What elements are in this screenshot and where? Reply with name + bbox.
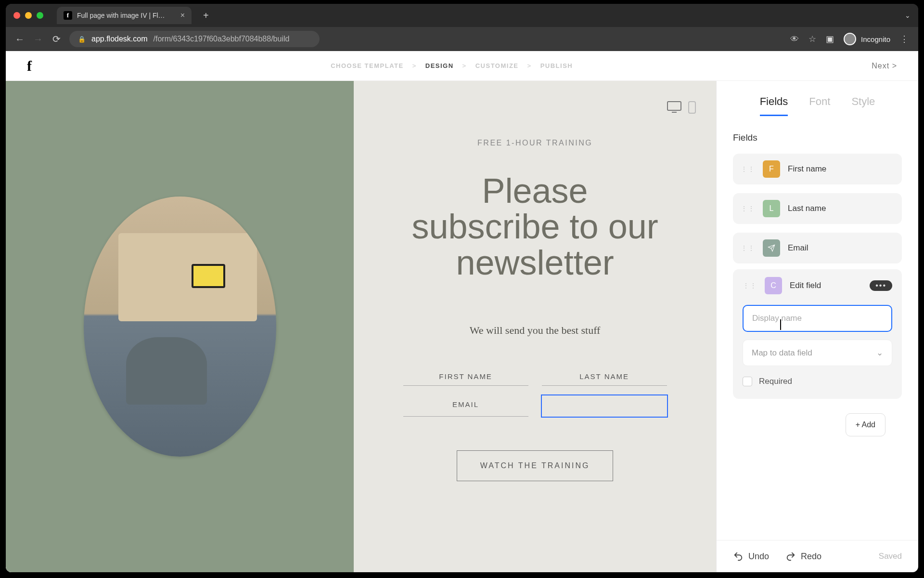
redo-button[interactable]: Redo bbox=[785, 551, 821, 562]
close-tab-icon[interactable]: × bbox=[180, 11, 185, 20]
headline-text[interactable]: Please subscribe to our newsletter bbox=[411, 173, 658, 281]
field-row-first-name[interactable]: ⋮⋮ F First name bbox=[733, 154, 902, 184]
forward-button[interactable]: → bbox=[33, 34, 43, 45]
window-controls bbox=[13, 12, 43, 19]
app-header: f CHOOSE TEMPLATE > DESIGN > CUSTOMIZE >… bbox=[6, 51, 918, 81]
hero-image-panel[interactable] bbox=[6, 81, 354, 572]
checkbox-icon[interactable] bbox=[743, 377, 752, 386]
field-label: First name bbox=[788, 164, 826, 174]
url-host: app.flodesk.com bbox=[91, 35, 148, 43]
chevron-down-icon: ⌄ bbox=[876, 348, 883, 358]
browser-menu-icon[interactable]: ⋮ bbox=[900, 34, 910, 44]
crumb-sep: > bbox=[527, 62, 532, 69]
panel-icon[interactable]: ▣ bbox=[826, 34, 834, 44]
display-name-input[interactable] bbox=[743, 305, 892, 332]
headline-line: newsletter bbox=[456, 243, 614, 282]
incognito-badge[interactable]: Incognito bbox=[844, 33, 890, 45]
drag-handle-icon[interactable]: ⋮⋮ bbox=[741, 167, 755, 171]
crumb-publish[interactable]: PUBLISH bbox=[540, 62, 573, 69]
field-chip: C bbox=[765, 277, 782, 294]
incognito-icon bbox=[844, 33, 856, 45]
right-sidebar: Fields Font Style Fields ⋮⋮ F First name… bbox=[716, 81, 918, 572]
new-tab-button[interactable]: + bbox=[199, 10, 213, 21]
subheading-text[interactable]: We will send you the best stuff bbox=[470, 324, 601, 337]
url-path: /form/6343c197f60a3ebbf7084b88/build bbox=[154, 35, 290, 43]
minimize-window-icon[interactable] bbox=[25, 12, 32, 19]
next-button[interactable]: Next > bbox=[872, 62, 897, 70]
desktop-preview-icon[interactable] bbox=[667, 101, 681, 114]
form-content-panel: FREE 1-HOUR TRAINING Please subscribe to… bbox=[354, 81, 716, 572]
sidebar-footer: Undo Redo Saved bbox=[717, 540, 918, 572]
star-icon[interactable]: ☆ bbox=[808, 34, 816, 44]
drag-handle-icon[interactable]: ⋮⋮ bbox=[741, 207, 755, 210]
tab-style[interactable]: Style bbox=[851, 95, 875, 116]
sidebar-body: Fields ⋮⋮ F First name ⋮⋮ L Last name ⋮⋮ bbox=[717, 116, 918, 540]
new-custom-field[interactable] bbox=[542, 395, 667, 417]
field-label: Last name bbox=[788, 204, 826, 213]
redo-label: Redo bbox=[801, 552, 821, 562]
more-options-icon[interactable]: ••• bbox=[870, 280, 892, 291]
lock-icon: 🔒 bbox=[78, 36, 86, 43]
field-chip: F bbox=[763, 160, 780, 178]
fields-section-title: Fields bbox=[733, 132, 902, 143]
add-field-button[interactable]: + Add bbox=[846, 413, 886, 436]
field-row-last-name[interactable]: ⋮⋮ L Last name bbox=[733, 193, 902, 224]
back-button[interactable]: ← bbox=[14, 34, 25, 45]
saved-status: Saved bbox=[879, 552, 902, 561]
app-surface: f CHOOSE TEMPLATE > DESIGN > CUSTOMIZE >… bbox=[6, 51, 918, 572]
favicon-icon: f bbox=[64, 11, 72, 20]
breadcrumb: CHOOSE TEMPLATE > DESIGN > CUSTOMIZE > P… bbox=[331, 62, 573, 69]
undo-label: Undo bbox=[748, 552, 769, 562]
undo-button[interactable]: Undo bbox=[733, 551, 769, 562]
hero-image bbox=[84, 197, 276, 457]
edit-field-title: Edit field bbox=[790, 281, 821, 290]
tab-fields[interactable]: Fields bbox=[760, 95, 788, 116]
svg-rect-0 bbox=[667, 102, 681, 110]
fullscreen-window-icon[interactable] bbox=[37, 12, 43, 19]
headline-line: subscribe to our bbox=[411, 207, 658, 246]
headline-line: Please bbox=[482, 171, 588, 210]
map-label: Map to data field bbox=[752, 348, 812, 358]
submit-button[interactable]: WATCH THE TRAINING bbox=[457, 450, 614, 481]
tab-bar: f Full page with image IV | Flode × + ⌄ bbox=[6, 4, 918, 27]
crumb-choose-template[interactable]: CHOOSE TEMPLATE bbox=[331, 62, 404, 69]
svg-rect-1 bbox=[672, 112, 677, 113]
form-canvas: FREE 1-HOUR TRAINING Please subscribe to… bbox=[6, 81, 716, 572]
required-label: Required bbox=[759, 377, 792, 386]
tablet-in-photo bbox=[192, 264, 225, 288]
close-window-icon[interactable] bbox=[13, 12, 20, 19]
text-cursor bbox=[780, 319, 781, 330]
svg-rect-2 bbox=[689, 102, 695, 113]
url-bar: ← → ⟳ 🔒 app.flodesk.com/form/6343c197f60… bbox=[6, 27, 918, 51]
mobile-preview-icon[interactable] bbox=[688, 101, 696, 114]
required-toggle[interactable]: Required bbox=[743, 377, 892, 386]
reload-button[interactable]: ⟳ bbox=[51, 33, 62, 45]
drag-handle-icon[interactable]: ⋮⋮ bbox=[743, 284, 757, 288]
crumb-design[interactable]: DESIGN bbox=[425, 62, 454, 69]
field-chip: L bbox=[763, 200, 780, 217]
address-field[interactable]: 🔒 app.flodesk.com/form/6343c197f60a3ebbf… bbox=[69, 31, 320, 47]
last-name-field[interactable]: LAST NAME bbox=[542, 368, 667, 386]
tab-title: Full page with image IV | Flode bbox=[77, 12, 168, 19]
sidebar-tabs: Fields Font Style bbox=[717, 81, 918, 116]
form-fields-grid: FIRST NAME LAST NAME EMAIL bbox=[403, 368, 667, 417]
email-field[interactable]: EMAIL bbox=[403, 395, 528, 417]
browser-tab[interactable]: f Full page with image IV | Flode × bbox=[57, 7, 192, 24]
chevron-down-icon[interactable]: ⌄ bbox=[905, 12, 911, 19]
device-preview-toggle bbox=[667, 101, 696, 114]
eye-off-icon[interactable]: 👁︎ bbox=[790, 34, 799, 44]
crumb-sep: > bbox=[462, 62, 467, 69]
field-chip bbox=[763, 239, 780, 257]
field-edit-panel: ⋮⋮ C Edit field ••• Map to data field ⌄ bbox=[733, 269, 902, 399]
crumb-sep: > bbox=[412, 62, 417, 69]
field-row-email[interactable]: ⋮⋮ Email bbox=[733, 233, 902, 263]
crumb-customize[interactable]: CUSTOMIZE bbox=[475, 62, 519, 69]
map-to-data-field-select[interactable]: Map to data field ⌄ bbox=[743, 340, 892, 366]
incognito-label: Incognito bbox=[861, 35, 890, 43]
tab-font[interactable]: Font bbox=[809, 95, 830, 116]
app-logo[interactable]: f bbox=[27, 58, 32, 74]
eyebrow-text[interactable]: FREE 1-HOUR TRAINING bbox=[477, 139, 592, 147]
drag-handle-icon[interactable]: ⋮⋮ bbox=[741, 246, 755, 250]
first-name-field[interactable]: FIRST NAME bbox=[403, 368, 528, 386]
field-label: Email bbox=[788, 243, 808, 253]
